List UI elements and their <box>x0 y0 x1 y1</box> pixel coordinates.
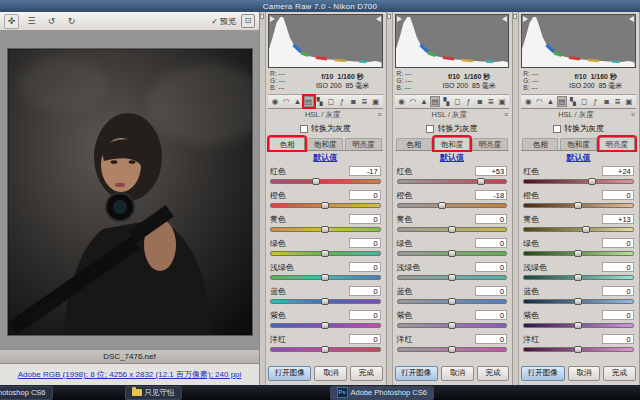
slider-value-field[interactable]: 0 <box>602 190 634 200</box>
slider-value-field[interactable]: 0 <box>602 286 634 296</box>
shadow-clipping-icon[interactable] <box>523 16 528 22</box>
presets-tab-icon[interactable]: ≣ <box>359 96 369 107</box>
default-values-link[interactable]: 默认值 <box>566 152 590 163</box>
slider-track[interactable] <box>270 275 381 280</box>
cancel-button[interactable]: 取消 <box>441 366 474 381</box>
slider-track[interactable] <box>270 299 381 304</box>
hsl-grayscale-tab-icon[interactable]: ▤ <box>430 96 440 107</box>
slider-track[interactable] <box>270 203 381 208</box>
slider-thumb[interactable] <box>448 322 456 329</box>
done-button[interactable]: 完成 <box>477 366 510 381</box>
split-toning-tab-icon[interactable]: ▚ <box>568 96 578 107</box>
lens-corrections-tab-icon[interactable]: ◻ <box>579 96 589 107</box>
default-values-link[interactable]: 默认值 <box>440 152 464 163</box>
slider-thumb[interactable] <box>312 178 320 185</box>
tab-saturation[interactable]: 饱和度 <box>560 138 596 150</box>
slider-thumb[interactable] <box>448 250 456 257</box>
slider-value-field[interactable]: -17 <box>349 166 381 176</box>
slider-value-field[interactable]: 0 <box>475 262 507 272</box>
convert-grayscale-checkbox[interactable] <box>553 125 561 133</box>
tab-luminance[interactable]: 明亮度 <box>472 138 508 150</box>
preview-checkbox[interactable]: ✓ 预览 <box>211 16 236 27</box>
slider-track[interactable] <box>270 323 381 328</box>
slider-value-field[interactable]: 0 <box>475 286 507 296</box>
camera-calibration-tab-icon[interactable]: ◙ <box>475 96 485 107</box>
slider-value-field[interactable]: 0 <box>349 310 381 320</box>
slider-track[interactable] <box>397 347 508 352</box>
lens-corrections-tab-icon[interactable]: ◻ <box>452 96 462 107</box>
slider-value-field[interactable]: 0 <box>602 238 634 248</box>
done-button[interactable]: 完成 <box>350 366 383 381</box>
window-titlebar[interactable]: Camera Raw 7.0 - Nikon D700 <box>0 0 640 12</box>
slider-value-field[interactable]: 0 <box>475 310 507 320</box>
slider-track[interactable] <box>397 179 508 184</box>
slider-thumb[interactable] <box>574 322 582 329</box>
slider-value-field[interactable]: +24 <box>602 166 634 176</box>
lens-corrections-tab-icon[interactable]: ◻ <box>326 96 336 107</box>
default-values-link[interactable]: 默认值 <box>313 152 337 163</box>
slider-track[interactable] <box>523 203 634 208</box>
convert-grayscale-checkbox[interactable] <box>300 125 308 133</box>
rotate-right-icon[interactable]: ↻ <box>64 14 79 29</box>
slider-track[interactable] <box>523 251 634 256</box>
slider-thumb[interactable] <box>574 250 582 257</box>
camera-calibration-tab-icon[interactable]: ◙ <box>348 96 358 107</box>
hsl-grayscale-tab-icon[interactable]: ▤ <box>304 96 314 107</box>
slider-track[interactable] <box>397 323 508 328</box>
slider-value-field[interactable]: 0 <box>475 238 507 248</box>
split-toning-tab-icon[interactable]: ▚ <box>441 96 451 107</box>
slider-value-field[interactable]: 0 <box>349 238 381 248</box>
slider-value-field[interactable]: 0 <box>349 262 381 272</box>
basic-tab-icon[interactable]: ◉ <box>270 96 280 107</box>
tab-saturation[interactable]: 饱和度 <box>434 137 470 150</box>
slider-value-field[interactable]: 0 <box>349 286 381 296</box>
slider-value-field[interactable]: +53 <box>475 166 507 176</box>
panel-menu-icon[interactable]: ≡ <box>631 111 636 118</box>
fullscreen-toggle-icon[interactable]: ⊡ <box>241 14 255 28</box>
eyedropper-tool-icon[interactable]: ✜ <box>4 14 19 29</box>
slider-thumb[interactable] <box>321 322 329 329</box>
slider-track[interactable] <box>397 299 508 304</box>
detail-tab-icon[interactable]: ▲ <box>292 96 302 107</box>
effects-tab-icon[interactable]: ƒ <box>590 96 600 107</box>
snapshots-tab-icon[interactable]: ▣ <box>497 96 507 107</box>
slider-value-field[interactable]: 0 <box>475 214 507 224</box>
done-button[interactable]: 完成 <box>603 366 636 381</box>
slider-track[interactable] <box>270 227 381 232</box>
slider-thumb[interactable] <box>448 298 456 305</box>
slider-thumb[interactable] <box>574 202 582 209</box>
slider-thumb[interactable] <box>582 226 590 233</box>
straighten-tool-icon[interactable]: ☰ <box>24 14 39 29</box>
slider-value-field[interactable]: 0 <box>602 334 634 344</box>
split-toning-tab-icon[interactable]: ▚ <box>315 96 325 107</box>
slider-track[interactable] <box>523 347 634 352</box>
snapshots-tab-icon[interactable]: ▣ <box>624 96 634 107</box>
highlight-clipping-icon[interactable] <box>502 16 507 22</box>
slider-thumb[interactable] <box>321 226 329 233</box>
tab-saturation[interactable]: 饱和度 <box>307 138 343 150</box>
slider-thumb[interactable] <box>448 346 456 353</box>
slider-track[interactable] <box>397 227 508 232</box>
slider-track[interactable] <box>397 203 508 208</box>
taskbar-item-folder[interactable]: 只见守恒 <box>125 386 182 400</box>
slider-track[interactable] <box>523 323 634 328</box>
slider-value-field[interactable]: -18 <box>475 190 507 200</box>
photo-preview[interactable] <box>8 49 252 335</box>
slider-track[interactable] <box>270 251 381 256</box>
slider-track[interactable] <box>523 179 634 184</box>
slider-thumb[interactable] <box>321 346 329 353</box>
convert-grayscale-checkbox[interactable] <box>426 125 434 133</box>
detail-tab-icon[interactable]: ▲ <box>546 96 556 107</box>
scrollbar-up-box[interactable] <box>513 14 517 19</box>
slider-thumb[interactable] <box>448 226 456 233</box>
slider-thumb[interactable] <box>438 202 446 209</box>
tab-luminance[interactable]: 明亮度 <box>599 137 635 150</box>
slider-thumb[interactable] <box>321 250 329 257</box>
taskbar-item-photoshop-app[interactable]: Ps Adobe Photoshop CS6 <box>330 386 434 400</box>
slider-thumb[interactable] <box>477 178 485 185</box>
taskbar-item-photoshop-window[interactable]: Photoshop CS6 <box>0 386 53 400</box>
cancel-button[interactable]: 取消 <box>568 366 601 381</box>
slider-track[interactable] <box>397 251 508 256</box>
slider-track[interactable] <box>270 347 381 352</box>
slider-thumb[interactable] <box>588 178 596 185</box>
